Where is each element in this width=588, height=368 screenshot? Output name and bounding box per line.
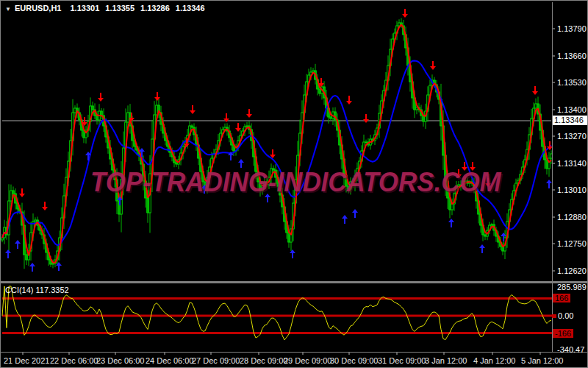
time-axis-label: 4 Jan 12:00 — [473, 356, 516, 365]
buy-signal-arrow — [15, 240, 21, 249]
time-axis-label: 5 Jan 12:00 — [521, 356, 564, 365]
sell-signal-arrow — [246, 109, 252, 118]
indicator-scale-top: 285.989 — [557, 283, 587, 291]
price-axis-label: 1.13790 — [557, 24, 587, 33]
chart-collapse-icon[interactable]: ▼ — [5, 6, 11, 13]
buy-signal-arrow — [352, 209, 358, 218]
time-axis-label: 24 Dec 06:00 — [146, 356, 193, 365]
sell-signal-arrow — [154, 92, 160, 101]
price-axis-label: 1.13270 — [557, 132, 587, 141]
buy-signal-arrow — [342, 215, 348, 224]
buy-signal-arrow — [290, 250, 295, 258]
sell-signal-arrow — [98, 93, 104, 102]
time-axis-label: 22 Dec 06:00 — [50, 356, 98, 365]
price-axis-label: 1.12750 — [557, 239, 587, 248]
mt4-chart-window: ▼EURUSD,H11.133011.133551.132861.13346 T… — [0, 0, 588, 368]
buy-signal-arrow — [479, 244, 485, 253]
ohlc-info: ▼EURUSD,H11.133011.133551.132861.13346 — [5, 4, 211, 13]
sell-signal-arrow — [19, 188, 25, 197]
watermark: TOP-TRADING-INDICATORS.COM — [90, 167, 490, 198]
time-axis-label: 28 Dec 09:00 — [240, 356, 287, 365]
price-axis-label: 1.13530 — [557, 78, 587, 87]
time-axis-label: 23 Dec 06:00 — [96, 356, 144, 365]
time-axis-label: 3 Jan 12:00 — [425, 356, 467, 365]
sell-signal-arrow — [190, 105, 196, 114]
window-splitter[interactable] — [1, 281, 588, 283]
time-axis-label: 31 Dec 09:00 — [378, 356, 426, 365]
buy-signal-arrow — [29, 263, 35, 272]
low-price: 1.13286 — [140, 4, 170, 13]
sell-signal-arrow — [532, 86, 538, 95]
indicator-level-label: 166 — [553, 294, 570, 302]
buy-signal-arrow — [448, 219, 454, 227]
price-axis-label: 1.12880 — [557, 213, 587, 222]
symbol-timeframe: EURUSD,H1 — [15, 4, 62, 13]
indicator-level-label: 0.00 — [558, 311, 573, 320]
time-axis-label: 30 Dec 09:00 — [330, 356, 378, 365]
time-axis-label: 21 Dec 2021 — [4, 356, 49, 365]
buy-signal-arrow — [546, 180, 552, 188]
indicator-level-label: -166 — [553, 329, 573, 338]
close-price: 1.13346 — [176, 4, 205, 13]
high-price: 1.13355 — [105, 4, 135, 13]
indicator-label: CCI(14) 117.3352 — [5, 286, 69, 294]
sell-signal-arrow — [430, 61, 436, 70]
sell-signal-arrow — [42, 202, 48, 210]
price-axis-label: 1.13010 — [557, 185, 587, 194]
sell-signal-arrow — [363, 114, 369, 123]
time-axis-label: 29 Dec 09:00 — [284, 356, 331, 365]
buy-signal-arrow — [5, 250, 11, 258]
indicator-level-marker — [552, 314, 556, 318]
sell-signal-arrow — [402, 9, 408, 18]
current-price-marker: 1.13346 — [553, 116, 588, 125]
price-axis-label: 1.13660 — [557, 52, 587, 60]
price-axis-label: 1.13140 — [557, 159, 587, 168]
price-axis-label: 1.13400 — [557, 105, 587, 114]
price-axis-label: 1.12620 — [557, 266, 587, 275]
indicator-scale-bottom: -340.47 — [557, 345, 584, 354]
open-price: 1.13301 — [71, 4, 100, 13]
buy-signal-arrow — [56, 262, 62, 271]
sell-signal-arrow — [346, 96, 352, 105]
time-axis-label: 27 Dec 09:00 — [192, 356, 240, 365]
time-axis-border — [1, 352, 588, 353]
